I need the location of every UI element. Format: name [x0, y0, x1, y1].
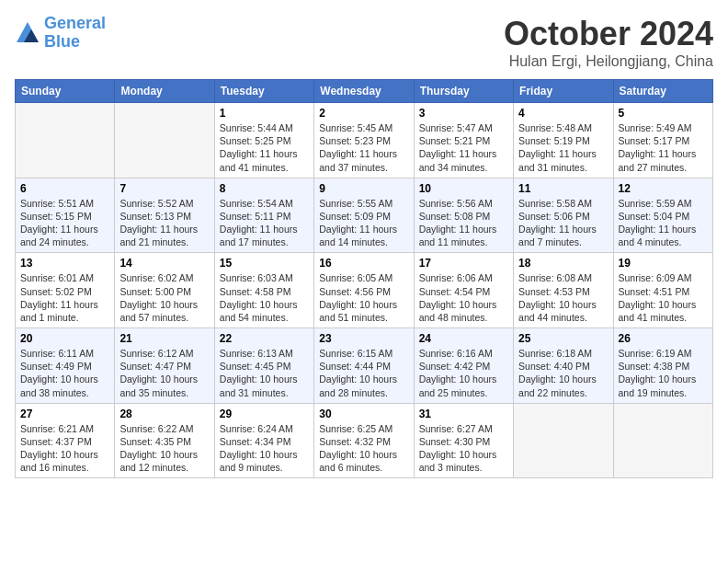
- day-number: 16: [319, 257, 408, 270]
- day-number: 9: [319, 182, 408, 195]
- day-info: Sunrise: 6:03 AMSunset: 4:58 PMDaylight:…: [220, 271, 309, 324]
- location-title: Hulan Ergi, Heilongjiang, China: [504, 53, 713, 70]
- day-number: 27: [20, 408, 109, 420]
- calendar-cell: 22Sunrise: 6:13 AMSunset: 4:45 PMDayligh…: [214, 328, 313, 404]
- logo-line2: Blue: [44, 32, 80, 51]
- day-info: Sunrise: 6:16 AMSunset: 4:42 PMDaylight:…: [419, 347, 508, 399]
- logo-icon: [15, 20, 40, 46]
- day-number: 14: [119, 257, 209, 270]
- calendar-cell: 5Sunrise: 5:49 AMSunset: 5:17 PMDaylight…: [613, 103, 712, 178]
- calendar-cell: 31Sunrise: 6:27 AMSunset: 4:30 PMDayligh…: [414, 403, 513, 478]
- day-info: Sunrise: 6:11 AMSunset: 4:49 PMDaylight:…: [20, 347, 109, 399]
- day-info: Sunrise: 6:06 AMSunset: 4:54 PMDaylight:…: [419, 271, 508, 324]
- day-info: Sunrise: 5:55 AMSunset: 5:09 PMDaylight:…: [319, 197, 408, 249]
- day-number: 19: [619, 257, 708, 270]
- day-number: 21: [119, 332, 209, 345]
- calendar-week-row: 13Sunrise: 6:01 AMSunset: 5:02 PMDayligh…: [16, 253, 713, 328]
- day-number: 3: [419, 107, 508, 120]
- calendar-cell: 27Sunrise: 6:21 AMSunset: 4:37 PMDayligh…: [16, 403, 115, 478]
- calendar-cell: [613, 403, 712, 478]
- logo-line1: General: [44, 14, 106, 32]
- day-info: Sunrise: 5:44 AMSunset: 5:25 PMDaylight:…: [220, 121, 309, 174]
- day-info: Sunrise: 5:49 AMSunset: 5:17 PMDaylight:…: [619, 121, 708, 174]
- calendar-cell: [514, 403, 613, 478]
- calendar-cell: 10Sunrise: 5:56 AMSunset: 5:08 PMDayligh…: [414, 178, 513, 253]
- day-number: 18: [518, 257, 608, 270]
- calendar-cell: 2Sunrise: 5:45 AMSunset: 5:23 PMDaylight…: [314, 103, 414, 178]
- calendar-cell: 7Sunrise: 5:52 AMSunset: 5:13 PMDaylight…: [115, 178, 214, 253]
- day-info: Sunrise: 6:18 AMSunset: 4:40 PMDaylight:…: [518, 347, 608, 399]
- calendar-cell: [16, 103, 115, 178]
- day-info: Sunrise: 5:48 AMSunset: 5:19 PMDaylight:…: [518, 121, 608, 174]
- calendar-cell: 13Sunrise: 6:01 AMSunset: 5:02 PMDayligh…: [16, 253, 115, 328]
- calendar-cell: 9Sunrise: 5:55 AMSunset: 5:09 PMDaylight…: [314, 178, 414, 253]
- day-number: 10: [419, 182, 508, 195]
- calendar-cell: 6Sunrise: 5:51 AMSunset: 5:15 PMDaylight…: [16, 178, 115, 253]
- day-number: 8: [220, 182, 309, 195]
- day-number: 20: [20, 332, 109, 345]
- calendar-cell: 21Sunrise: 6:12 AMSunset: 4:47 PMDayligh…: [115, 328, 214, 404]
- day-info: Sunrise: 5:45 AMSunset: 5:23 PMDaylight:…: [319, 121, 408, 174]
- calendar-cell: 3Sunrise: 5:47 AMSunset: 5:21 PMDaylight…: [414, 103, 513, 178]
- day-number: 6: [20, 182, 109, 195]
- day-header-saturday: Saturday: [613, 80, 712, 103]
- title-block: October 2024 Hulan Ergi, Heilongjiang, C…: [504, 15, 713, 70]
- day-number: 17: [419, 257, 508, 270]
- calendar-week-row: 27Sunrise: 6:21 AMSunset: 4:37 PMDayligh…: [16, 403, 713, 478]
- day-number: 5: [619, 107, 708, 120]
- calendar-cell: 17Sunrise: 6:06 AMSunset: 4:54 PMDayligh…: [414, 253, 513, 328]
- calendar-cell: 16Sunrise: 6:05 AMSunset: 4:56 PMDayligh…: [314, 253, 414, 328]
- day-info: Sunrise: 5:54 AMSunset: 5:11 PMDaylight:…: [220, 197, 309, 249]
- day-info: Sunrise: 5:47 AMSunset: 5:21 PMDaylight:…: [419, 121, 508, 174]
- logo: General Blue: [15, 15, 106, 52]
- logo-text: General Blue: [44, 15, 106, 52]
- day-header-thursday: Thursday: [414, 80, 513, 103]
- day-info: Sunrise: 6:08 AMSunset: 4:53 PMDaylight:…: [518, 271, 608, 324]
- day-info: Sunrise: 6:13 AMSunset: 4:45 PMDaylight:…: [220, 347, 309, 399]
- calendar-cell: 23Sunrise: 6:15 AMSunset: 4:44 PMDayligh…: [314, 328, 414, 404]
- day-info: Sunrise: 5:51 AMSunset: 5:15 PMDaylight:…: [20, 197, 109, 249]
- day-info: Sunrise: 5:58 AMSunset: 5:06 PMDaylight:…: [518, 197, 608, 249]
- day-info: Sunrise: 6:21 AMSunset: 4:37 PMDaylight:…: [20, 422, 109, 475]
- day-number: 25: [518, 332, 608, 345]
- day-header-wednesday: Wednesday: [314, 80, 414, 103]
- day-number: 12: [619, 182, 708, 195]
- calendar-cell: [115, 103, 214, 178]
- day-info: Sunrise: 6:09 AMSunset: 4:51 PMDaylight:…: [619, 271, 708, 324]
- day-info: Sunrise: 6:05 AMSunset: 4:56 PMDaylight:…: [319, 271, 408, 324]
- day-number: 24: [419, 332, 508, 345]
- day-number: 23: [319, 332, 408, 345]
- day-number: 26: [619, 332, 708, 345]
- month-title: October 2024: [504, 15, 713, 53]
- calendar-cell: 15Sunrise: 6:03 AMSunset: 4:58 PMDayligh…: [214, 253, 313, 328]
- calendar-week-row: 20Sunrise: 6:11 AMSunset: 4:49 PMDayligh…: [16, 328, 713, 404]
- calendar-cell: 11Sunrise: 5:58 AMSunset: 5:06 PMDayligh…: [514, 178, 613, 253]
- day-number: 11: [518, 182, 608, 195]
- calendar-cell: 8Sunrise: 5:54 AMSunset: 5:11 PMDaylight…: [214, 178, 313, 253]
- day-number: 4: [518, 107, 608, 120]
- day-number: 30: [319, 408, 408, 420]
- calendar-cell: 26Sunrise: 6:19 AMSunset: 4:38 PMDayligh…: [613, 328, 712, 404]
- day-number: 13: [20, 257, 109, 270]
- day-number: 1: [220, 107, 309, 120]
- day-header-friday: Friday: [514, 80, 613, 103]
- day-number: 29: [220, 408, 309, 420]
- day-header-monday: Monday: [115, 80, 214, 103]
- day-number: 7: [119, 182, 209, 195]
- calendar-table: SundayMondayTuesdayWednesdayThursdayFrid…: [15, 79, 713, 478]
- calendar-week-row: 1Sunrise: 5:44 AMSunset: 5:25 PMDaylight…: [16, 103, 713, 178]
- day-info: Sunrise: 6:12 AMSunset: 4:47 PMDaylight:…: [119, 347, 209, 399]
- calendar-header-row: SundayMondayTuesdayWednesdayThursdayFrid…: [16, 80, 713, 103]
- day-header-tuesday: Tuesday: [214, 80, 313, 103]
- calendar-cell: 24Sunrise: 6:16 AMSunset: 4:42 PMDayligh…: [414, 328, 513, 404]
- calendar-cell: 1Sunrise: 5:44 AMSunset: 5:25 PMDaylight…: [214, 103, 313, 178]
- day-number: 28: [119, 408, 209, 420]
- day-info: Sunrise: 6:24 AMSunset: 4:34 PMDaylight:…: [220, 422, 309, 475]
- day-info: Sunrise: 6:15 AMSunset: 4:44 PMDaylight:…: [319, 347, 408, 399]
- calendar-cell: 19Sunrise: 6:09 AMSunset: 4:51 PMDayligh…: [613, 253, 712, 328]
- day-number: 22: [220, 332, 309, 345]
- day-info: Sunrise: 6:22 AMSunset: 4:35 PMDaylight:…: [119, 422, 209, 475]
- day-number: 31: [419, 408, 508, 420]
- calendar-week-row: 6Sunrise: 5:51 AMSunset: 5:15 PMDaylight…: [16, 178, 713, 253]
- day-number: 2: [319, 107, 408, 120]
